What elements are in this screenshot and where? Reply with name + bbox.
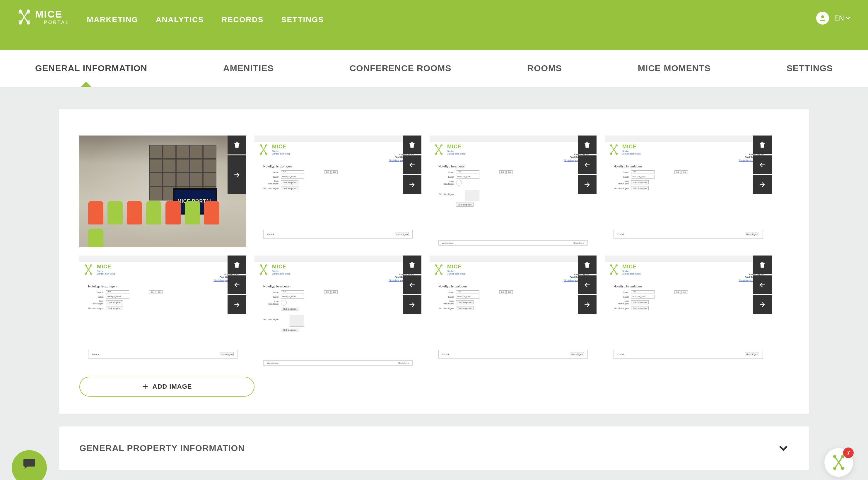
gallery-image-1[interactable]: MICE PORTAL [80, 135, 246, 247]
arrow-left-icon [583, 161, 591, 168]
image-delete-button[interactable] [578, 256, 596, 274]
image-move-right-button[interactable] [578, 295, 596, 314]
tab-rooms[interactable]: ROOMS [527, 63, 562, 73]
nav-marketing[interactable]: MARKETING [87, 15, 138, 24]
tab-mice-moments[interactable]: MICE MOMENTS [638, 63, 711, 73]
trash-icon [233, 141, 241, 149]
image-move-right-button[interactable] [753, 175, 772, 194]
gallery-image-4[interactable]: MICESucheZurück zum Shop Eingeloggt als:… [605, 135, 772, 247]
image-move-right-button[interactable] [227, 155, 246, 194]
images-panel: MICE PORTAL [59, 109, 809, 414]
image-delete-button[interactable] [753, 135, 772, 154]
nav-settings[interactable]: SETTINGS [281, 15, 324, 24]
brand-logo[interactable]: MICE PORTAL [18, 9, 69, 25]
gallery-image-3[interactable]: MICESucheZurück zum Shop Eingeloggt als:… [430, 135, 596, 247]
image-move-left-button[interactable] [578, 155, 596, 174]
mice-logo-icon [433, 264, 444, 275]
language-label: EN [834, 14, 844, 22]
arrow-right-icon [408, 301, 416, 309]
image-move-left-button[interactable] [403, 155, 422, 174]
arrow-left-icon [408, 161, 416, 168]
arrow-left-icon [758, 281, 766, 289]
mice-logo-icon [258, 264, 269, 275]
image-delete-button[interactable] [403, 256, 422, 274]
active-tab-indicator [81, 82, 91, 87]
chevron-down-icon [778, 443, 788, 453]
primary-nav: MARKETING ANALYTICS RECORDS SETTINGS [87, 9, 324, 24]
user-circle-icon [818, 14, 827, 22]
mice-logo-icon [18, 9, 31, 25]
add-image-button[interactable]: ADD IMAGE [80, 377, 254, 396]
nav-analytics[interactable]: ANALYTICS [156, 15, 204, 24]
image-move-left-button[interactable] [403, 276, 422, 294]
image-move-right-button[interactable] [578, 175, 596, 194]
image-move-left-button[interactable] [753, 276, 772, 294]
gallery-image-2[interactable]: MICE SucheZurück zum Shop Eingeloggt als… [254, 135, 422, 247]
help-fab[interactable]: 7 [824, 448, 854, 477]
section-tabs: GENERAL INFORMATION AMENITIES CONFERENCE… [0, 50, 868, 87]
image-move-right-button[interactable] [403, 295, 422, 314]
arrow-right-icon [233, 301, 241, 309]
mice-logo-icon [608, 144, 619, 155]
chat-icon [22, 456, 36, 471]
gallery-image-7[interactable]: MICESucheZurück zum Shop Eingeloggt als:… [430, 256, 596, 367]
image-move-left-button[interactable] [753, 155, 772, 174]
language-selector[interactable]: EN [834, 14, 850, 22]
image-move-left-button[interactable] [578, 276, 596, 294]
arrow-right-icon [758, 181, 766, 189]
arrow-right-icon [233, 171, 241, 179]
brand-sub: PORTAL [44, 20, 69, 25]
app-header: MICE PORTAL MARKETING ANALYTICS RECORDS … [0, 0, 868, 50]
image-delete-button[interactable] [227, 256, 246, 274]
mice-logo-icon [608, 264, 619, 275]
gallery-image-8[interactable]: MICESucheZurück zum Shop Eingeloggt als:… [605, 256, 772, 367]
nav-records[interactable]: RECORDS [221, 15, 264, 24]
arrow-right-icon [583, 181, 591, 189]
gallery-image-5[interactable]: MICESucheZurück zum Shop Eingeloggt als:… [80, 256, 246, 367]
trash-icon [758, 141, 766, 149]
arrow-right-icon [758, 301, 766, 309]
image-grid: MICE PORTAL [80, 135, 788, 367]
mice-logo-icon [831, 454, 847, 470]
image-delete-button[interactable] [227, 135, 246, 154]
tab-general-information[interactable]: GENERAL INFORMATION [35, 63, 147, 73]
mice-logo-icon [258, 144, 269, 155]
mice-logo-icon [433, 144, 444, 155]
tab-settings[interactable]: SETTINGS [786, 63, 833, 73]
add-image-label: ADD IMAGE [153, 383, 192, 390]
trash-icon [233, 261, 241, 269]
image-delete-button[interactable] [753, 256, 772, 274]
image-delete-button[interactable] [578, 135, 596, 154]
arrow-left-icon [583, 281, 591, 289]
image-move-left-button[interactable] [227, 276, 246, 294]
svg-point-4 [821, 15, 824, 18]
tab-amenities[interactable]: AMENITIES [223, 63, 274, 73]
trash-icon [408, 261, 416, 269]
arrow-right-icon [408, 181, 416, 189]
image-move-right-button[interactable] [403, 175, 422, 194]
trash-icon [758, 261, 766, 269]
content-area: MICE PORTAL [0, 87, 868, 470]
arrow-right-icon [583, 301, 591, 309]
trash-icon [583, 261, 591, 269]
notification-badge: 7 [843, 448, 854, 458]
gallery-image-6[interactable]: MICESucheZurück zum Shop Eingeloggt als:… [254, 256, 422, 367]
image-delete-button[interactable] [403, 135, 422, 154]
general-property-accordion[interactable]: GENERAL PROPERTY INFORMATION [59, 426, 809, 470]
account-button[interactable] [816, 12, 829, 25]
image-move-right-button[interactable] [753, 295, 772, 314]
chevron-down-icon [846, 17, 850, 20]
plus-icon [142, 383, 149, 390]
accordion-title: GENERAL PROPERTY INFORMATION [80, 443, 245, 453]
arrow-left-icon [408, 281, 416, 289]
arrow-left-icon [233, 281, 241, 289]
arrow-left-icon [758, 161, 766, 168]
trash-icon [583, 141, 591, 149]
mice-logo-icon [83, 264, 94, 275]
trash-icon [408, 141, 416, 149]
tab-conference-rooms[interactable]: CONFERENCE ROOMS [350, 63, 452, 73]
brand-name: MICE [35, 9, 69, 19]
image-move-right-button[interactable] [227, 295, 246, 314]
